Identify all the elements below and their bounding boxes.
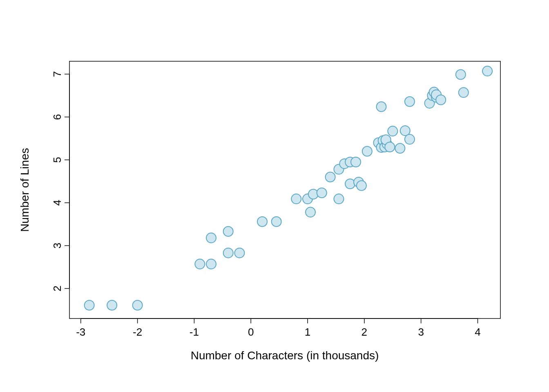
data-point bbox=[362, 147, 372, 156]
data-point bbox=[405, 97, 415, 107]
data-point bbox=[482, 66, 492, 76]
x-tick-label: 3 bbox=[418, 326, 424, 338]
data-point bbox=[436, 95, 446, 105]
data-point bbox=[272, 217, 281, 227]
y-tick-label: 4 bbox=[51, 200, 63, 205]
data-point bbox=[317, 188, 327, 198]
y-axis-ticks: 234567 bbox=[51, 71, 69, 291]
data-point bbox=[306, 207, 315, 217]
data-point bbox=[345, 179, 355, 189]
data-point bbox=[234, 248, 244, 258]
data-point bbox=[334, 194, 344, 204]
x-tick-label: 1 bbox=[305, 326, 310, 338]
x-tick-label: -2 bbox=[133, 326, 142, 338]
data-point bbox=[133, 301, 143, 310]
data-point bbox=[195, 259, 205, 269]
x-tick-label: 0 bbox=[248, 326, 254, 338]
data-point bbox=[85, 301, 94, 310]
scatter-chart: -3-2-101234 234567 Number of Characters … bbox=[0, 0, 549, 392]
x-tick-label: -1 bbox=[190, 326, 199, 338]
x-tick-label: 4 bbox=[475, 326, 480, 338]
y-axis-label: Number of Lines bbox=[18, 148, 31, 232]
data-points bbox=[85, 66, 493, 310]
y-tick-label: 3 bbox=[51, 243, 63, 248]
data-point bbox=[107, 301, 117, 310]
data-point bbox=[291, 194, 301, 204]
data-point bbox=[388, 126, 397, 136]
data-point bbox=[377, 102, 386, 111]
x-tick-label: -3 bbox=[76, 326, 85, 338]
data-point bbox=[257, 217, 267, 227]
y-tick-label: 2 bbox=[51, 285, 63, 291]
data-point bbox=[385, 142, 395, 152]
y-tick-label: 6 bbox=[51, 114, 63, 120]
chart-svg: -3-2-101234 234567 Number of Characters … bbox=[0, 0, 549, 392]
x-axis-label: Number of Characters (in thousands) bbox=[191, 349, 379, 362]
x-tick-label: 2 bbox=[362, 326, 367, 338]
x-axis-ticks: -3-2-101234 bbox=[76, 318, 481, 338]
data-point bbox=[351, 157, 361, 167]
data-point bbox=[223, 227, 233, 236]
data-point bbox=[223, 248, 233, 258]
data-point bbox=[456, 70, 466, 80]
data-point bbox=[206, 259, 216, 269]
data-point bbox=[459, 88, 469, 98]
data-point bbox=[206, 233, 216, 243]
y-tick-label: 7 bbox=[51, 71, 63, 77]
data-point bbox=[395, 143, 405, 153]
y-tick-label: 5 bbox=[51, 157, 63, 163]
data-point bbox=[326, 172, 335, 182]
data-point bbox=[357, 181, 366, 191]
data-point bbox=[405, 134, 415, 144]
